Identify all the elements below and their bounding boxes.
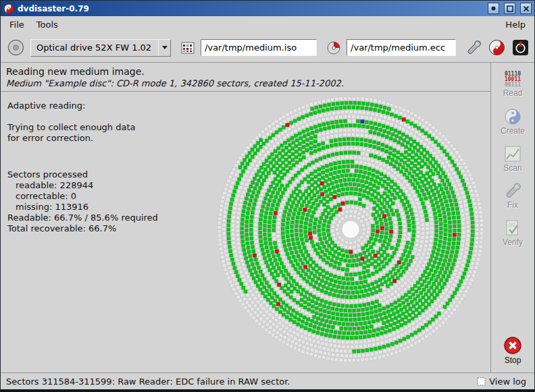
menu-help[interactable]: Help [499, 18, 532, 32]
minimize-button[interactable] [488, 3, 499, 14]
menu-file[interactable]: File [3, 18, 30, 32]
scan-chart-icon [504, 145, 521, 163]
drive-eject-button[interactable] [5, 37, 26, 58]
scan-button[interactable]: Scan [494, 142, 532, 175]
fix-label: Fix [507, 200, 518, 210]
action-sidebar: 01110 10011 00111 Read Create [490, 63, 534, 372]
read-button[interactable]: 01110 10011 00111 Read [494, 67, 532, 101]
readable-percentage: Readable: 66.7% / 85.6% required [7, 213, 158, 223]
stat-missing: missing: 113916 [7, 202, 158, 213]
menu-tools[interactable]: Tools [30, 18, 64, 32]
fix-button[interactable]: Fix [494, 179, 532, 213]
disc-visualization [194, 93, 490, 368]
read-label: Read [503, 88, 523, 98]
ecc-path-input[interactable] [347, 39, 456, 56]
ecc-disc-icon [326, 40, 341, 55]
verify-check-icon [504, 219, 521, 237]
status-heading: Reading new medium image. Medium "Exampl… [1, 63, 490, 92]
reading-mode-title: Adaptive reading: [7, 101, 158, 111]
view-log-button[interactable]: View log [474, 375, 529, 388]
reading-info-panel: Adaptive reading: Trying to collect enou… [7, 101, 158, 234]
reading-mode-desc-1: Trying to collect enough data [7, 122, 158, 133]
power-icon [512, 39, 529, 56]
image-chip-icon [180, 40, 195, 55]
quit-button[interactable] [511, 38, 530, 57]
action-title: Reading new medium image. [6, 66, 485, 77]
status-message: Sectors 311584-311599: Raw Reader: EDC f… [6, 376, 474, 387]
drive-select-arrow[interactable] [158, 40, 170, 56]
toolbar: Optical drive 52X FW 1.02 [1, 33, 534, 63]
create-label: Create [501, 126, 525, 136]
statusbar: Sectors 311584-311599: Raw Reader: EDC f… [1, 372, 534, 389]
create-yinyang-icon [504, 108, 521, 125]
reading-mode-desc-2: for error correction. [7, 133, 158, 144]
chevron-down-icon [162, 46, 168, 49]
app-icon [3, 3, 14, 14]
stat-readable: readable: 228944 [7, 180, 158, 191]
body-row: Reading new medium image. Medium "Exampl… [1, 63, 534, 372]
sectors-processed-title: Sectors processed [7, 169, 158, 180]
stop-label: Stop [505, 356, 521, 365]
read-binary-icon: 01110 10011 00111 [505, 72, 521, 88]
stat-correctable: correctable: 0 [7, 191, 158, 202]
verify-label: Verify [503, 237, 523, 247]
view-log-label: View log [489, 376, 526, 387]
dvdisaster-logo-button[interactable] [487, 38, 507, 57]
stop-icon [503, 336, 522, 355]
log-icon [477, 377, 486, 386]
iso-image-button[interactable] [179, 39, 197, 57]
drive-select[interactable]: Optical drive 52X FW 1.02 [30, 39, 171, 57]
create-button[interactable]: Create [494, 105, 532, 138]
scan-label: Scan [503, 163, 521, 173]
stop-button[interactable]: Stop [494, 333, 532, 367]
preferences-button[interactable] [464, 38, 483, 57]
reading-area: Adaptive reading: Trying to collect enou… [1, 92, 490, 372]
wrench-icon [465, 40, 482, 56]
verify-button[interactable]: Verify [494, 216, 532, 250]
recoverable-percentage: Total recoverable: 66.7% [7, 223, 158, 234]
titlebar[interactable]: dvdisaster-0.79 [1, 1, 534, 16]
close-button[interactable] [520, 3, 532, 14]
window-title: dvdisaster-0.79 [18, 4, 483, 13]
medium-info: Medium "Example disc": CD-R mode 1, 3428… [6, 78, 485, 88]
fix-wrench-icon [504, 182, 521, 200]
maximize-button[interactable] [504, 3, 515, 14]
app-window: dvdisaster-0.79 File Tools Help Opti [0, 0, 535, 392]
logo-disc-icon [488, 39, 505, 56]
drive-disc-icon [7, 38, 25, 57]
menubar: File Tools Help [1, 16, 534, 33]
drive-select-value: Optical drive 52X FW 1.02 [31, 40, 158, 56]
iso-path-input[interactable] [201, 39, 317, 56]
main-column: Reading new medium image. Medium "Exampl… [1, 63, 490, 372]
ecc-file-button[interactable] [325, 39, 342, 57]
